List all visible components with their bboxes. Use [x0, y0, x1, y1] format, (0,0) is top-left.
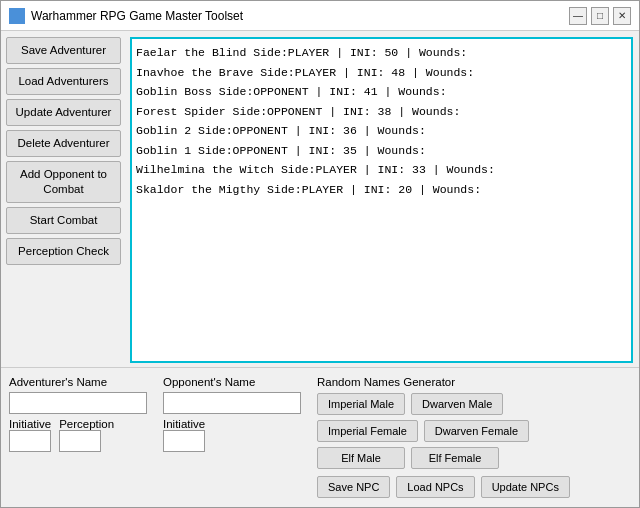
main-window: Warhammer RPG Game Master Toolset — □ ✕ …	[0, 0, 640, 508]
combat-entry: Goblin 1 Side:OPPONENT | INI: 35 | Wound…	[136, 141, 627, 161]
close-button[interactable]: ✕	[613, 7, 631, 25]
opponent-initiative-input[interactable]	[163, 430, 205, 452]
opponent-column: Opponent's Name Initiative	[163, 376, 301, 499]
imperial-female-button[interactable]: Imperial Female	[317, 420, 418, 442]
random-names-title: Random Names Generator	[317, 376, 570, 388]
adventurer-stats-row: Initiative Perception	[9, 418, 147, 452]
sidebar: Save AdventurerLoad AdventurersUpdate Ad…	[1, 31, 126, 367]
elf-male-button[interactable]: Elf Male	[317, 447, 405, 469]
opponent-name-input[interactable]	[163, 392, 301, 414]
main-area: Faelar the Blind Side:PLAYER | INI: 50 |…	[126, 31, 639, 367]
initiative-label: Initiative	[9, 418, 51, 430]
elf-female-button[interactable]: Elf Female	[411, 447, 499, 469]
dwarven-male-button[interactable]: Dwarven Male	[411, 393, 503, 415]
start-combat-button[interactable]: Start Combat	[6, 207, 121, 234]
combat-entry: Goblin 2 Side:OPPONENT | INI: 36 | Wound…	[136, 121, 627, 141]
delete-adventurer-button[interactable]: Delete Adventurer	[6, 130, 121, 157]
rng-row-2: Imperial Female Dwarven Female	[317, 420, 570, 442]
adventurer-name-label: Adventurer's Name	[9, 376, 147, 388]
perception-input[interactable]	[59, 430, 101, 452]
maximize-button[interactable]: □	[591, 7, 609, 25]
perception-group: Perception	[59, 418, 114, 452]
combat-entry: Wilhelmina the Witch Side:PLAYER | INI: …	[136, 160, 627, 180]
save-adventurer-button[interactable]: Save Adventurer	[6, 37, 121, 64]
initiative-group: Initiative	[9, 418, 51, 452]
window-title: Warhammer RPG Game Master Toolset	[31, 9, 569, 23]
combat-entry: Inavhoe the Brave Side:PLAYER | INI: 48 …	[136, 63, 627, 83]
imperial-male-button[interactable]: Imperial Male	[317, 393, 405, 415]
perception-check-button[interactable]: Perception Check	[6, 238, 121, 265]
dwarven-female-button[interactable]: Dwarven Female	[424, 420, 529, 442]
save-npc-button[interactable]: Save NPC	[317, 476, 390, 498]
load-npcs-button[interactable]: Load NPCs	[396, 476, 474, 498]
combat-entry: Forest Spider Side:OPPONENT | INI: 38 | …	[136, 102, 627, 122]
initiative-input[interactable]	[9, 430, 51, 452]
load-adventurers-button[interactable]: Load Adventurers	[6, 68, 121, 95]
rng-row-3: Elf Male Elf Female	[317, 447, 570, 469]
add-opponent-button[interactable]: Add Opponent to Combat	[6, 161, 121, 203]
opponent-initiative-group: Initiative	[163, 418, 301, 452]
rng-row-1: Imperial Male Dwarven Male	[317, 393, 570, 415]
adventurer-column: Adventurer's Name Initiative Perception	[9, 376, 147, 499]
app-icon	[9, 8, 25, 24]
opponent-name-label: Opponent's Name	[163, 376, 301, 388]
adventurer-name-input[interactable]	[9, 392, 147, 414]
bottom-area: Adventurer's Name Initiative Perception …	[1, 367, 639, 507]
random-names-column: Random Names Generator Imperial Male Dwa…	[317, 376, 570, 499]
content-area: Save AdventurerLoad AdventurersUpdate Ad…	[1, 31, 639, 367]
minimize-button[interactable]: —	[569, 7, 587, 25]
perception-label: Perception	[59, 418, 114, 430]
combat-list[interactable]: Faelar the Blind Side:PLAYER | INI: 50 |…	[130, 37, 633, 363]
combat-entry: Skaldor the Migthy Side:PLAYER | INI: 20…	[136, 180, 627, 200]
npc-buttons-row: Save NPC Load NPCs Update NPCs	[317, 476, 570, 498]
update-adventurer-button[interactable]: Update Adventurer	[6, 99, 121, 126]
combat-entry: Faelar the Blind Side:PLAYER | INI: 50 |…	[136, 43, 627, 63]
update-npcs-button[interactable]: Update NPCs	[481, 476, 570, 498]
combat-entry: Goblin Boss Side:OPPONENT | INI: 41 | Wo…	[136, 82, 627, 102]
window-controls: — □ ✕	[569, 7, 631, 25]
title-bar: Warhammer RPG Game Master Toolset — □ ✕	[1, 1, 639, 31]
opponent-initiative-label: Initiative	[163, 418, 301, 430]
